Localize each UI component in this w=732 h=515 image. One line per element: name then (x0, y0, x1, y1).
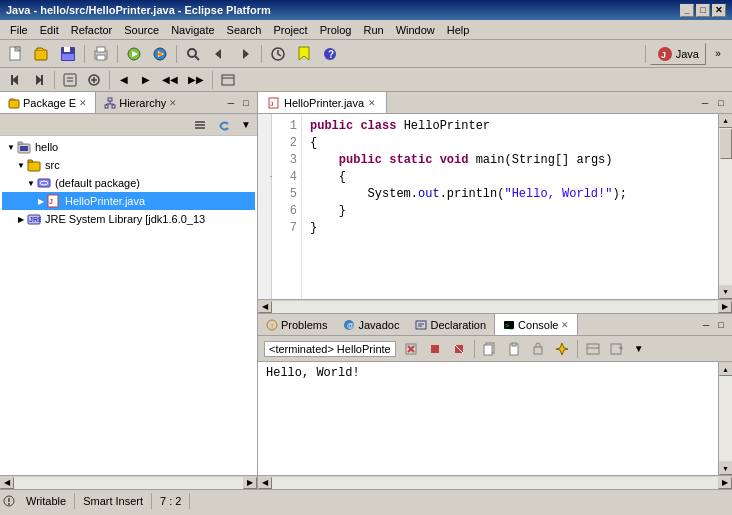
bottom-horizontal-scrollbar[interactable]: ◀ ▶ (258, 475, 732, 489)
bottom-panel-maximize[interactable]: □ (714, 318, 728, 332)
bookmark-button[interactable] (292, 43, 316, 65)
hierarchy-close[interactable]: ✕ (169, 98, 177, 108)
toolbar-chevron[interactable]: » (708, 43, 728, 65)
nav-button-5[interactable]: ◀◀ (158, 69, 182, 91)
left-scroll-right[interactable]: ▶ (243, 477, 257, 489)
console-pin-button[interactable] (551, 339, 573, 359)
menu-prolog[interactable]: Prolog (314, 22, 358, 38)
tab-console[interactable]: >_ Console ✕ (494, 314, 578, 335)
menu-project[interactable]: Project (267, 22, 313, 38)
bottom-panel-minimize[interactable]: ─ (699, 318, 713, 332)
console-paste-button[interactable] (503, 339, 525, 359)
dropdown-button[interactable]: ▼ (237, 116, 255, 134)
tree-item-helloprinter[interactable]: ▶ J HelloPrinter.java (2, 192, 255, 210)
menu-help[interactable]: Help (441, 22, 476, 38)
svg-rect-9 (97, 55, 105, 60)
tab-declaration[interactable]: Declaration (407, 314, 494, 335)
open-file-button[interactable] (30, 43, 54, 65)
bottom-scroll-left[interactable]: ◀ (258, 477, 272, 489)
collapse-all-button[interactable] (189, 116, 211, 134)
nav-button-1[interactable] (59, 69, 81, 91)
menu-window[interactable]: Window (390, 22, 441, 38)
help-button[interactable]: ? (318, 43, 342, 65)
console-scroll-down[interactable]: ▼ (719, 461, 733, 475)
console-close[interactable]: ✕ (561, 320, 569, 330)
console-copy-button[interactable] (479, 339, 501, 359)
nav-button-7[interactable] (217, 69, 239, 91)
console-scroll-lock[interactable] (527, 339, 549, 359)
editor-scroll-track[interactable] (719, 128, 733, 285)
tree-arrow-src[interactable]: ▼ (16, 161, 26, 170)
tree-arrow-default-pkg[interactable]: ▼ (26, 179, 36, 188)
save-button[interactable] (56, 43, 80, 65)
editor-tab-helloprinter[interactable]: J HelloPrinter.java ✕ (258, 92, 387, 113)
tab-hierarchy[interactable]: Hierarchy ✕ (96, 92, 185, 113)
tree-arrow-hello[interactable]: ▼ (6, 143, 16, 152)
console-terminate-button[interactable] (448, 339, 470, 359)
menu-navigate[interactable]: Navigate (165, 22, 220, 38)
search-button[interactable] (181, 43, 205, 65)
back-button[interactable] (4, 69, 26, 91)
left-scroll-left[interactable]: ◀ (0, 477, 14, 489)
tab-package-explorer[interactable]: Package E ✕ (0, 92, 96, 113)
tree-item-src[interactable]: ▼ src (2, 156, 255, 174)
tree-arrow-helloprinter[interactable]: ▶ (36, 197, 46, 206)
tree-item-default-package[interactable]: ▼ (default package) (2, 174, 255, 192)
debug-button[interactable] (148, 43, 172, 65)
editor-scroll-right[interactable]: ▶ (718, 301, 732, 313)
tree-item-jre[interactable]: ▶ JRE JRE System Library [jdk1.6.0_13 (2, 210, 255, 228)
editor-scroll-thumb[interactable] (720, 129, 732, 159)
prev-button[interactable] (207, 43, 231, 65)
editor-minimize[interactable]: ─ (698, 96, 712, 110)
code-editor[interactable]: ─ 1 2 3 4 5 6 7 public class HelloPrinte… (258, 114, 732, 299)
next-button[interactable] (233, 43, 257, 65)
fwd-button[interactable] (28, 69, 50, 91)
minimize-button[interactable]: _ (680, 4, 694, 17)
console-dropdown[interactable]: ▼ (630, 339, 648, 359)
maximize-button[interactable]: □ (696, 4, 710, 17)
link-button[interactable] (213, 116, 235, 134)
nav-button-4[interactable]: ▶ (136, 69, 156, 91)
java-perspective-button[interactable]: J Java (650, 43, 706, 65)
console-show-button[interactable] (582, 339, 604, 359)
console-stop-button[interactable] (424, 339, 446, 359)
editor-tab-close[interactable]: ✕ (368, 98, 376, 108)
bottom-scroll-right[interactable]: ▶ (718, 477, 732, 489)
editor-scroll-left[interactable]: ◀ (258, 301, 272, 313)
nav-button-3[interactable]: ◀ (114, 69, 134, 91)
menu-run[interactable]: Run (357, 22, 389, 38)
editor-horizontal-scrollbar[interactable]: ◀ ▶ (258, 299, 732, 313)
tree-arrow-jre[interactable]: ▶ (16, 215, 26, 224)
terminated-label: <terminated> HelloPrinte (264, 341, 396, 357)
editor-maximize[interactable]: □ (714, 96, 728, 110)
nav-button-2[interactable] (83, 69, 105, 91)
print-button[interactable] (89, 43, 113, 65)
left-horizontal-scrollbar[interactable]: ◀ ▶ (0, 475, 257, 489)
run-button[interactable] (122, 43, 146, 65)
history-button[interactable] (266, 43, 290, 65)
left-panel-maximize[interactable]: □ (239, 96, 253, 110)
console-clear-button[interactable] (400, 339, 422, 359)
console-vscrollbar[interactable]: ▲ ▼ (718, 362, 732, 475)
tree-item-hello[interactable]: ▼ hello (2, 138, 255, 156)
nav-button-6[interactable]: ▶▶ (184, 69, 208, 91)
package-explorer-close[interactable]: ✕ (79, 98, 87, 108)
editor-scroll-down[interactable]: ▼ (719, 285, 733, 299)
new-button[interactable] (4, 43, 28, 65)
menu-edit[interactable]: Edit (34, 22, 65, 38)
left-panel-minimize[interactable]: ─ (224, 96, 238, 110)
svg-rect-50 (28, 162, 40, 171)
menu-file[interactable]: File (4, 22, 34, 38)
menu-refactor[interactable]: Refactor (65, 22, 119, 38)
tab-problems[interactable]: ! Problems (258, 314, 335, 335)
menu-search[interactable]: Search (221, 22, 268, 38)
console-scroll-up[interactable]: ▲ (719, 362, 733, 376)
console-new-button[interactable] (606, 339, 628, 359)
editor-vscrollbar[interactable]: ▲ ▼ (718, 114, 732, 299)
menu-source[interactable]: Source (118, 22, 165, 38)
editor-scroll-up[interactable]: ▲ (719, 114, 733, 128)
console-scroll-track[interactable] (719, 376, 733, 461)
code-content[interactable]: public class HelloPrinter { public stati… (302, 114, 718, 299)
close-button[interactable]: ✕ (712, 4, 726, 17)
tab-javadoc[interactable]: @ Javadoc (335, 314, 407, 335)
